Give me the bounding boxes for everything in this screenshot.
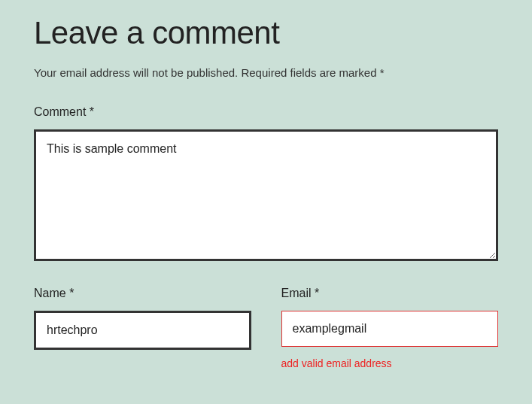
email-label: Email * bbox=[281, 287, 499, 300]
name-field-group: Name * bbox=[34, 287, 251, 369]
comment-field-group: Comment * This is sample comment bbox=[34, 105, 498, 264]
comment-textarea[interactable]: This is sample comment bbox=[34, 129, 498, 261]
page-title: Leave a comment bbox=[34, 15, 498, 51]
name-email-row: Name * Email * add valid email address bbox=[34, 287, 498, 369]
email-field-group: Email * add valid email address bbox=[281, 287, 499, 369]
email-notice: Your email address will not be published… bbox=[34, 66, 498, 79]
email-input[interactable] bbox=[281, 311, 499, 347]
email-error-message: add valid email address bbox=[281, 357, 499, 369]
name-label: Name * bbox=[34, 287, 251, 300]
comment-label: Comment * bbox=[34, 105, 498, 119]
name-input[interactable] bbox=[34, 311, 251, 350]
